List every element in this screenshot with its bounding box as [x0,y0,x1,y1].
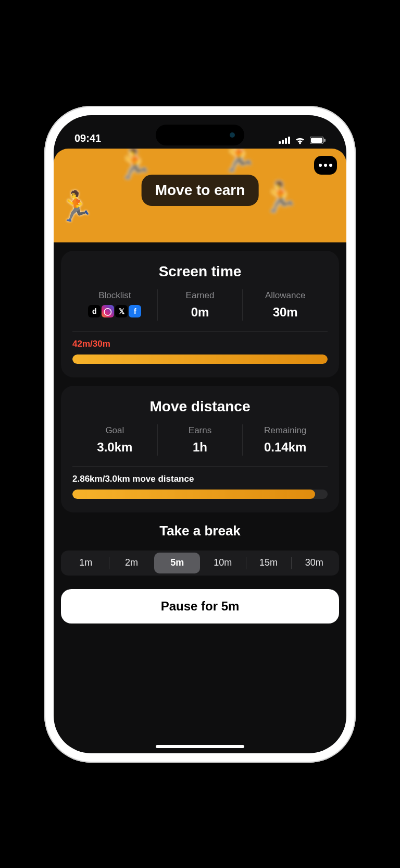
svg-rect-0 [279,141,281,144]
screen-time-card: Screen time Blocklist d ◯ 𝕏 f Earned 0m [61,251,339,377]
take-a-break-section: Take a break 1m2m5m10m15m30m Pause for 5… [61,521,339,624]
wifi-icon [294,136,306,144]
blocklist-label: Blocklist [98,290,131,301]
remaining-label: Remaining [264,425,306,436]
svg-rect-1 [282,140,284,144]
allowance-label: Allowance [265,290,306,301]
move-progress-label: 2.86km/3.0km move distance [72,474,328,484]
runner-icon: 🏃 [262,180,298,214]
status-right [279,136,326,144]
goal-label: Goal [105,425,124,436]
screen-time-progress-label: 42m/30m [72,339,328,349]
content: 🏃 🏃 🏃 🏃 Move to earn Screen time Block [54,146,346,753]
screen: 09:41 🏃 🏃 🏃 🏃 Move to ear [54,115,346,753]
pause-button[interactable]: Pause for 5m [61,589,339,624]
divider [72,466,328,467]
break-option-15m[interactable]: 15m [246,553,292,573]
more-button[interactable] [314,156,337,175]
break-option-30m[interactable]: 30m [291,553,337,573]
goal-value: 3.0km [97,440,132,455]
dot-icon [324,164,327,167]
take-a-break-title: Take a break [61,523,339,539]
break-segmented-control[interactable]: 1m2m5m10m15m30m [61,551,339,576]
facebook-icon: f [129,305,141,317]
break-option-1m[interactable]: 1m [63,553,109,573]
screen-time-title: Screen time [72,263,328,280]
battery-icon [310,137,326,144]
earns-stat: Earns 1h [157,424,243,456]
move-progress-fill [72,490,315,499]
remaining-value: 0.14km [264,440,306,455]
hero-title: Move to earn [155,182,245,199]
break-option-10m[interactable]: 10m [200,553,246,573]
earned-label: Earned [186,290,215,301]
svg-rect-5 [311,138,322,143]
svg-rect-3 [288,137,290,144]
home-indicator[interactable] [156,745,244,748]
earns-label: Earns [189,425,211,436]
svg-rect-2 [285,138,287,144]
status-time: 09:41 [74,132,101,144]
blocklist-stat[interactable]: Blocklist d ◯ 𝕏 f [72,289,157,321]
dynamic-island [156,125,244,145]
hero-banner: 🏃 🏃 🏃 🏃 Move to earn [54,149,346,242]
divider [72,331,328,332]
dot-icon [319,164,322,167]
move-distance-title: Move distance [72,398,328,415]
move-progress [72,490,328,499]
break-option-5m[interactable]: 5m [154,553,200,573]
earned-value: 0m [191,305,209,320]
phone-frame: 09:41 🏃 🏃 🏃 🏃 Move to ear [44,106,356,763]
allowance-stat: Allowance 30m [242,289,328,321]
goal-stat: Goal 3.0km [72,424,157,456]
tiktok-icon: d [88,305,101,317]
earns-value: 1h [193,440,207,455]
allowance-value: 30m [273,305,298,320]
move-distance-card: Move distance Goal 3.0km Earns 1h Remain… [61,386,339,512]
break-option-2m[interactable]: 2m [109,553,155,573]
runner-icon: 🏃 [58,189,94,224]
remaining-stat: Remaining 0.14km [242,424,328,456]
blocklist-icons: d ◯ 𝕏 f [88,305,141,317]
dot-icon [329,164,332,167]
pause-button-label: Pause for 5m [161,599,240,614]
x-icon: 𝕏 [115,305,128,317]
runner-icon: 🏃 [220,149,257,174]
hero-title-pill: Move to earn [142,175,259,206]
svg-rect-6 [324,139,326,142]
screen-time-progress [72,354,328,364]
earned-stat: Earned 0m [157,289,243,321]
move-stats: Goal 3.0km Earns 1h Remaining 0.14km [72,424,328,456]
instagram-icon: ◯ [102,305,114,317]
screen-time-progress-fill [72,354,328,364]
screen-time-stats: Blocklist d ◯ 𝕏 f Earned 0m Allowance [72,289,328,321]
cellular-signal-icon [279,137,290,144]
